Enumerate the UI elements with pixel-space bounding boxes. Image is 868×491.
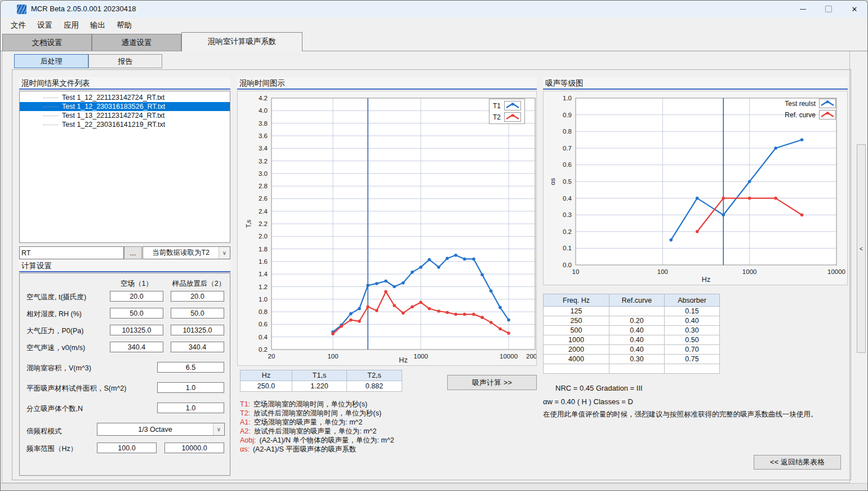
legend-curve-icon xyxy=(504,101,521,110)
table-row[interactable]: 2500.200.40 xyxy=(544,316,720,326)
close-button[interactable]: ✕ xyxy=(842,1,867,17)
close-icon: ✕ xyxy=(852,5,858,14)
svg-text:Hz: Hz xyxy=(399,356,407,364)
svg-text:3.0: 3.0 xyxy=(259,170,268,177)
sample-area-label: 平面吸声材料试件面积，S(m^2) xyxy=(26,384,126,393)
svg-text:100: 100 xyxy=(657,268,668,275)
air-temp-input-2[interactable] xyxy=(171,291,224,302)
svg-text:10000: 10000 xyxy=(827,268,845,275)
browse-button[interactable]: ... xyxy=(124,246,142,259)
menu-help[interactable]: 帮助 xyxy=(111,19,137,32)
svg-text:0.1: 0.1 xyxy=(563,245,572,251)
tab-channel-settings[interactable]: 通道设置 xyxy=(92,34,181,51)
svg-text:1.0: 1.0 xyxy=(563,95,572,101)
readout-header-t2: T2,s xyxy=(347,370,402,381)
absorption-calc-button[interactable]: 吸声计算 >> xyxy=(447,375,537,390)
room-volume-label: 混响室容积，V(m^3) xyxy=(26,364,91,373)
app-window: MCR Beta 2.05.0.001 20230418 ✕ 文件 设置 应用 … xyxy=(0,0,868,491)
window-controls: ✕ xyxy=(790,1,867,17)
table-row[interactable] xyxy=(544,364,720,374)
readout-header-hz: Hz xyxy=(241,370,292,381)
maximize-icon xyxy=(825,6,832,12)
legend-entry: T2 xyxy=(493,112,521,122)
svg-text:0.3: 0.3 xyxy=(563,211,572,218)
freq-max-input[interactable] xyxy=(164,443,224,453)
collapse-panel-handle[interactable]: < xyxy=(857,144,866,353)
humidity-input-2[interactable] xyxy=(171,308,224,319)
table-row[interactable]: 1250.15 xyxy=(544,307,720,316)
svg-text:100: 100 xyxy=(327,353,338,360)
cursor-readout-table: Hz T1,s T2,s 250.0 1.220 0.882 xyxy=(240,370,402,392)
data-read-dropdown[interactable]: 当前数据读取为T2 ∨ xyxy=(143,246,230,259)
octave-mode-dropdown[interactable]: 1/3 Octave ∨ xyxy=(97,423,225,436)
calc-settings-box: 空场（1） 样品放置后（2） 空气温度, t(摄氏度) 相对湿度, RH (%)… xyxy=(19,273,230,476)
menu-apply[interactable]: 应用 xyxy=(58,19,84,32)
file-list-item[interactable]: Test 1_22_230316141219_RT.txt xyxy=(20,120,230,129)
file-list-item[interactable]: Test 1_12_221123142724_RT.txt xyxy=(20,93,230,102)
legend-curve-icon xyxy=(819,99,836,108)
svg-text:3.4: 3.4 xyxy=(259,145,268,152)
svg-text:1.6: 1.6 xyxy=(259,258,268,265)
pressure-input-2[interactable] xyxy=(171,325,224,335)
note-t1: T1:空场混响室的混响时间，单位为秒(s) xyxy=(240,400,394,409)
grade-chart-header: 吸声等级图 xyxy=(543,77,848,90)
octave-mode-label: 倍频程模式 xyxy=(26,427,62,436)
svg-text:10: 10 xyxy=(572,268,580,275)
svg-text:0.5: 0.5 xyxy=(563,178,572,185)
room-volume-input[interactable] xyxy=(157,362,224,373)
absorber-count-label: 分立吸声体个数,N xyxy=(26,404,83,414)
svg-text:1.2: 1.2 xyxy=(259,284,268,290)
tab-reverb-absorption[interactable]: 混响室计算吸声系数 xyxy=(181,32,302,51)
svg-text:3.8: 3.8 xyxy=(259,120,268,127)
chart-legend: T1T2 xyxy=(489,99,525,124)
svg-text:0.7: 0.7 xyxy=(563,145,572,152)
table-row[interactable]: 5000.400.30 xyxy=(544,326,720,335)
file-list-item[interactable]: Test 1_13_221123142724_RT.txt xyxy=(20,111,230,120)
readout-value-t2: 0.882 xyxy=(347,381,402,392)
humidity-input-1[interactable] xyxy=(110,308,163,319)
table-row[interactable]: 20000.400.70 xyxy=(544,345,720,355)
column-header-with-sample: 样品放置后（2） xyxy=(171,279,227,289)
humidity-label: 相对湿度, RH (%) xyxy=(26,309,82,319)
rt-name-input[interactable] xyxy=(19,246,124,259)
svg-text:αs: αs xyxy=(549,178,556,185)
tab-document-settings[interactable]: 文档设置 xyxy=(2,34,92,51)
sample-area-input[interactable] xyxy=(157,382,224,393)
table-row[interactable]: 40000.300.75 xyxy=(544,355,720,364)
subtab-report[interactable]: 报告 xyxy=(88,54,162,68)
reverberation-time-chart[interactable]: 0.20.40.60.81.01.21.41.61.82.02.22.42.62… xyxy=(237,91,537,366)
menu-output[interactable]: 输出 xyxy=(84,19,111,32)
absorption-grade-chart[interactable]: 0.00.10.20.30.40.50.60.70.80.91.01010010… xyxy=(543,91,848,285)
file-list-item-selected[interactable]: Test 1_12_230316183526_RT.txt xyxy=(20,102,230,111)
svg-text:0.2: 0.2 xyxy=(259,346,268,353)
svg-text:2.0: 2.0 xyxy=(259,233,268,240)
svg-text:Hz: Hz xyxy=(702,276,710,284)
file-list-header: 混时间结果文件列表 xyxy=(19,77,230,90)
chevron-down-icon: ∨ xyxy=(219,247,230,259)
legend-curve-icon xyxy=(819,110,836,120)
sound-speed-input-1[interactable] xyxy=(110,342,163,352)
absorber-count-input[interactable] xyxy=(157,402,224,413)
grade-header-freq: Freq. Hz xyxy=(544,294,609,307)
sound-speed-input-2[interactable] xyxy=(171,342,224,352)
back-to-results-button[interactable]: << 返回结果表格 xyxy=(754,455,841,470)
octave-mode-value: 1/3 Octave xyxy=(97,426,213,434)
svg-text:0.8: 0.8 xyxy=(563,128,572,135)
pressure-input-1[interactable] xyxy=(110,325,163,335)
maximize-button[interactable] xyxy=(816,1,842,17)
chart-legend: Test reulstRef. curve xyxy=(785,99,836,120)
svg-text:1.4: 1.4 xyxy=(259,271,268,277)
table-row[interactable]: 10000.400.50 xyxy=(544,335,720,345)
subtab-postprocess[interactable]: 后处理 xyxy=(14,54,88,68)
note-a1: A1:空场混响室的吸声量，单位为: m^2 xyxy=(240,418,394,427)
note-as: αs:(A2-A1)/S 平面吸声体的吸声系数 xyxy=(240,445,394,454)
menu-settings[interactable]: 设置 xyxy=(32,19,58,32)
svg-text:3.2: 3.2 xyxy=(259,158,268,165)
legend-entry: T1 xyxy=(493,101,521,110)
menu-file[interactable]: 文件 xyxy=(5,19,32,32)
freq-min-input[interactable] xyxy=(97,443,157,453)
air-temp-input-1[interactable] xyxy=(110,291,163,302)
note-t2: T2:放试件后混响室的混响时间，单位为秒(s) xyxy=(240,409,394,418)
title-bar: MCR Beta 2.05.0.001 20230418 ✕ xyxy=(1,1,867,17)
minimize-button[interactable] xyxy=(790,1,816,17)
